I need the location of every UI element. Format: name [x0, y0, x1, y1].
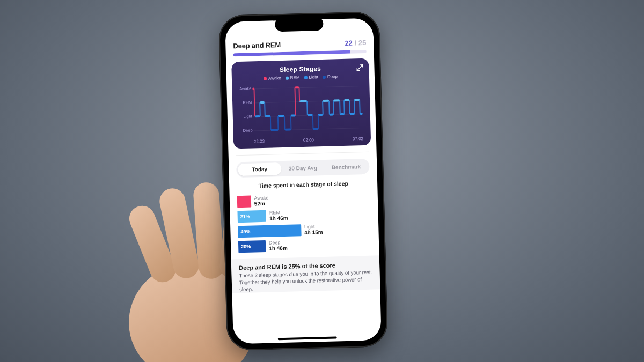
legend-item: Deep — [323, 74, 338, 79]
dynamic-island — [275, 17, 324, 32]
stage-breakdown-title: Time spent in each stage of sleep — [229, 179, 377, 189]
score-max: / 25 — [353, 39, 367, 47]
stage-bar-label: Awake52m — [254, 195, 268, 208]
stage-segment — [299, 100, 307, 102]
app-screen: Deep and REM 22 / 25 Sleep Stages AwakeR… — [225, 18, 382, 344]
score-readout: 22 / 25 — [345, 39, 366, 47]
stage-bar: 20% — [238, 240, 266, 253]
stage-bar — [237, 196, 251, 208]
expand-icon[interactable] — [355, 63, 364, 72]
explainer-body: These 2 sleep stages clue you in to the … — [239, 269, 372, 293]
card-title: Sleep Stages — [237, 64, 363, 75]
stage-segment — [284, 129, 291, 131]
stage-bar-label: Deep1h 46m — [269, 240, 288, 252]
legend-item: REM — [286, 75, 300, 80]
sleep-stages-chart: AwakeREMLightDeep — [252, 82, 363, 138]
chart-y-label: Deep — [238, 128, 252, 133]
tab-benchmark[interactable]: Benchmark — [324, 160, 368, 174]
stage-bars: Awake52m21%REM1h 46m49%Light4h 15m20%Dee… — [237, 193, 372, 253]
legend-item: Awake — [264, 76, 281, 81]
chart-x-label: 02:00 — [303, 137, 314, 143]
sleep-stages-card[interactable]: Sleep Stages AwakeREMLightDeep AwakeREML… — [231, 58, 371, 149]
tab-30-day-avg[interactable]: 30 Day Avg — [281, 161, 325, 175]
stage-row: 49%Light4h 15m — [238, 223, 371, 238]
stage-bar: 49% — [238, 224, 301, 238]
stage-row: Awake52m — [237, 193, 370, 208]
page-title: Deep and REM — [233, 41, 281, 50]
phone-frame: Deep and REM 22 / 25 Sleep Stages AwakeR… — [218, 11, 388, 351]
chart-legend: AwakeREMLightDeep — [237, 73, 364, 82]
chart-x-label: 07:02 — [353, 136, 363, 142]
range-tabs: Today30 Day AvgBenchmark — [236, 159, 370, 178]
score-value: 22 — [345, 39, 353, 47]
stage-row: 21%REM1h 46m — [237, 208, 370, 223]
stage-bar: 21% — [237, 210, 266, 223]
chart-x-label: 22:23 — [254, 139, 265, 144]
stage-segment — [271, 129, 279, 131]
chart-y-label: Light — [238, 114, 252, 119]
stage-bar-label: Light4h 15m — [304, 224, 323, 236]
legend-item: Light — [304, 75, 318, 80]
chart-y-label: Awake — [237, 86, 251, 91]
divider — [236, 152, 369, 156]
stage-row: 20%Deep1h 46m — [238, 238, 371, 253]
explainer-card: Deep and REM is 25% of the score These 2… — [231, 255, 380, 293]
chart-y-label: REM — [238, 100, 252, 105]
stage-bar-label: REM1h 46m — [269, 210, 288, 222]
tab-today[interactable]: Today — [238, 162, 281, 176]
